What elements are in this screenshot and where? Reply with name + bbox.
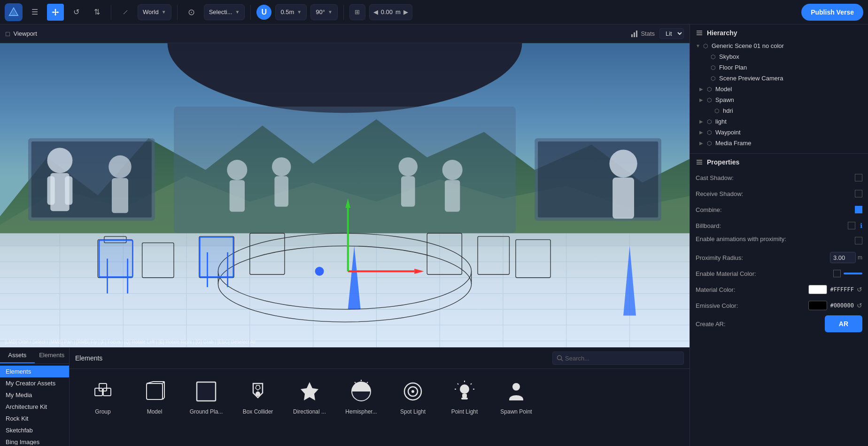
material-color-picker[interactable]: #FFFFFF ↺ [808, 285, 862, 294]
element-directional[interactable]: Directional ... [284, 374, 335, 419]
emissive-color-swatch[interactable] [808, 301, 827, 310]
camera-icon: ⬡ [711, 75, 715, 82]
stats-button[interactable]: Stats [631, 30, 655, 38]
tree-item-skybox[interactable]: ⬡ Skybox [690, 51, 868, 62]
move-tool-button[interactable] [47, 4, 64, 21]
box-collider-icon [244, 377, 272, 406]
create-ar-button[interactable]: AR [825, 315, 862, 332]
element-hemisphere[interactable]: Hemispher... [335, 374, 387, 419]
tree-item-media-frame[interactable]: ▶ ⬡ Media Frame [690, 138, 868, 149]
expand-icon-6: ▶ [699, 97, 705, 102]
create-ar-label: Create AR: [696, 321, 825, 328]
proximity-radius-input[interactable] [830, 252, 856, 263]
billboard-row: Billboard: ℹ [696, 219, 862, 232]
search-input[interactable] [565, 355, 680, 362]
svg-point-95 [460, 384, 469, 394]
snap-icon: U [256, 5, 271, 20]
material-color-label: Material Color: [696, 286, 808, 293]
group-label: Group [95, 408, 110, 415]
assets-item-rock[interactable]: Rock Kit [0, 413, 69, 424]
group-icon [89, 377, 117, 406]
assets-item-bing-images[interactable]: Bing Images [0, 436, 69, 445]
element-spot-light[interactable]: Spot Light [387, 374, 439, 419]
receive-shadow-checkbox[interactable] [855, 190, 862, 197]
assets-item-elements[interactable]: Elements [0, 366, 69, 377]
separator-4 [343, 5, 344, 20]
snap-value-dropdown[interactable]: 0.5m ▼ [275, 4, 307, 20]
material-color-swatch[interactable] [808, 285, 827, 294]
element-model[interactable]: Model [129, 374, 180, 419]
properties-header: Properties [696, 158, 862, 166]
billboard-checkbox[interactable] [848, 222, 855, 229]
snap-value: 0.5m [280, 8, 294, 16]
material-color-row: Material Color: #FFFFFF ↺ [696, 283, 862, 296]
angle-dropdown[interactable]: 90° ▼ [310, 4, 338, 20]
selection-label: Selecti... [209, 8, 232, 16]
menu-button[interactable]: ☰ [26, 4, 43, 21]
assets-item-sketchfab[interactable]: Sketchfab [0, 424, 69, 436]
assets-sidebar: Assets Elements Elements My Creator Asse… [0, 348, 70, 446]
billboard-info-icon[interactable]: ℹ [860, 222, 862, 229]
elements-search[interactable] [552, 352, 684, 365]
tab-elements[interactable]: Elements [35, 348, 70, 363]
emissive-color-label: Emissive Color: [696, 302, 808, 309]
transform-icon: ⟋ [117, 4, 134, 21]
model-tree-icon: ⬡ [707, 86, 712, 93]
logo[interactable] [5, 3, 23, 21]
tree-item-generic-scene[interactable]: ▼ ⬡ Generic Scene 01 no color [690, 40, 868, 51]
tree-item-floor-plan[interactable]: ⬡ Floor Plan [690, 62, 868, 73]
hierarchy-header: Hierarchy [690, 29, 868, 40]
world-dropdown[interactable]: World ▼ [138, 4, 171, 20]
grid-button[interactable]: ⊞ [349, 4, 365, 20]
svg-rect-61 [200, 237, 233, 277]
element-ground-plane[interactable]: Ground Pla... [180, 374, 232, 419]
topbar: ☰ ↺ ⇅ ⟋ World ▼ ⊙ Selecti... ▼ U 0.5m ▼ … [0, 0, 868, 24]
world-label: World [143, 8, 159, 16]
element-group[interactable]: Group [77, 374, 129, 419]
svg-rect-3 [634, 32, 635, 37]
scene-icon: ⬡ [703, 43, 708, 49]
combine-checkbox[interactable] [855, 206, 862, 213]
angle-value: 90° [316, 8, 325, 16]
refresh-button[interactable]: ↺ [68, 4, 85, 21]
assets-tabs: Assets Elements [0, 348, 69, 364]
enable-anim-checkbox[interactable] [855, 237, 862, 244]
material-color-reset[interactable]: ↺ [857, 286, 862, 293]
tree-item-hdri[interactable]: ⬡ hdri [690, 105, 868, 116]
lit-dropdown[interactable]: Lit [659, 28, 684, 39]
tree-item-model[interactable]: ▶ ⬡ Model [690, 84, 868, 94]
tab-assets[interactable]: Assets [0, 348, 35, 363]
coord-value: 0.00 [381, 8, 393, 16]
svg-rect-107 [697, 160, 702, 161]
assets-item-creator[interactable]: My Creator Assets [0, 377, 69, 389]
coord-unit: m [395, 8, 401, 16]
tree-item-scene-preview[interactable]: ⬡ Scene Preview Camera [690, 73, 868, 84]
element-spawn-point[interactable]: Spawn Point [490, 374, 542, 419]
emissive-color-picker[interactable]: #000000 ↺ [808, 301, 862, 310]
svg-rect-76 [147, 383, 163, 399]
tree-item-spawn[interactable]: ▶ ⬡ Spawn [690, 94, 868, 105]
viewport-icon: □ [6, 30, 9, 38]
tree-item-waypoint[interactable]: ▶ ⬡ Waypoint [690, 127, 868, 138]
svg-point-71 [558, 356, 562, 360]
cast-shadow-checkbox[interactable] [855, 174, 862, 181]
enable-material-checkbox[interactable] [833, 270, 841, 277]
cast-shadow-row: Cast Shadow: [696, 172, 862, 184]
coord-right-arrow[interactable]: ▶ [403, 8, 408, 16]
element-point-light[interactable]: Point Light [439, 374, 490, 419]
hemisphere-label: Hemispher... [345, 408, 377, 415]
svg-point-70 [315, 267, 324, 276]
enable-anim-label: Enable animations with proximity: [696, 235, 855, 243]
selection-dropdown[interactable]: Selecti... ▼ [204, 4, 245, 20]
viewport-title: Viewport [13, 30, 37, 37]
emissive-color-reset[interactable]: ↺ [857, 302, 862, 309]
light-tree-icon: ⬡ [707, 118, 712, 125]
tree-item-light[interactable]: ▶ ⬡ light [690, 116, 868, 127]
viewport[interactable]: [LMB] Orbit / Select | [MMB] Pan | [RMB]… [0, 43, 690, 347]
sort-button[interactable]: ⇅ [88, 4, 105, 21]
coord-left-arrow[interactable]: ◀ [373, 8, 378, 16]
element-box-collider[interactable]: Box Collider [232, 374, 284, 419]
assets-item-media[interactable]: My Media [0, 389, 69, 401]
assets-item-architecture[interactable]: Architecture Kit [0, 401, 69, 413]
publish-button[interactable]: Publish Verse [801, 4, 863, 21]
